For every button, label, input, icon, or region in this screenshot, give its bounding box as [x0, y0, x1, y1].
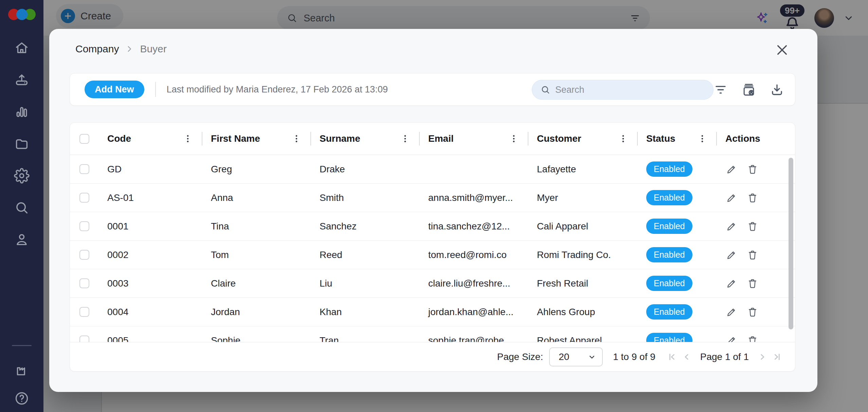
- edit-icon[interactable]: [725, 334, 738, 342]
- factory-icon[interactable]: [13, 361, 31, 379]
- cell-customer: Romi Trading Co.: [528, 250, 638, 260]
- chevron-right-icon: [125, 45, 134, 53]
- filter-icon[interactable]: [713, 83, 728, 97]
- cell-email: tom.reed@romi.co: [420, 250, 528, 260]
- cell-customer: Myer: [528, 192, 638, 203]
- cell-first-name: Anna: [202, 192, 311, 203]
- column-label: Email: [428, 133, 454, 144]
- upload-icon[interactable]: [13, 71, 31, 89]
- delete-icon[interactable]: [746, 277, 759, 290]
- edit-icon[interactable]: [725, 249, 738, 261]
- page-size-value: 20: [559, 351, 569, 362]
- column-menu-icon[interactable]: [697, 134, 707, 144]
- delete-icon[interactable]: [746, 306, 759, 318]
- delete-icon[interactable]: [746, 192, 759, 204]
- row-checkbox[interactable]: [79, 221, 89, 231]
- edit-icon[interactable]: [725, 220, 738, 233]
- table-row: GD Greg Drake Lafayette Enabled: [70, 155, 795, 184]
- column-menu-icon[interactable]: [291, 134, 302, 144]
- cell-surname: Khan: [311, 307, 420, 317]
- cell-code: 0003: [99, 278, 202, 289]
- status-badge: Enabled: [646, 276, 692, 291]
- table-row: 0002 Tom Reed tom.reed@romi.co Romi Trad…: [70, 241, 795, 269]
- table-row: 0003 Claire Liu claire.liu@freshre... Fr…: [70, 269, 795, 298]
- table-footer: Page Size: 20 1 to 9 of 9 Page 1 of 1: [70, 342, 795, 372]
- next-page-icon[interactable]: [757, 351, 768, 362]
- column-label: Code: [107, 133, 131, 144]
- column-menu-icon[interactable]: [509, 134, 519, 144]
- row-checkbox[interactable]: [79, 278, 89, 288]
- user-icon[interactable]: [13, 231, 31, 248]
- delete-icon[interactable]: [746, 249, 759, 261]
- cell-code: 0002: [99, 250, 202, 260]
- select-all-checkbox[interactable]: [79, 134, 89, 144]
- row-checkbox[interactable]: [79, 164, 89, 174]
- column-label: First Name: [211, 133, 260, 144]
- page-indicator-text: Page 1 of 1: [700, 351, 749, 362]
- cell-first-name: Claire: [202, 278, 311, 289]
- table-body: GD Greg Drake Lafayette Enabled AS-01 An…: [70, 155, 795, 342]
- add-new-button[interactable]: Add New: [85, 81, 144, 98]
- cell-code: AS-01: [99, 192, 202, 203]
- row-checkbox[interactable]: [79, 250, 89, 260]
- row-range-text: 1 to 9 of 9: [613, 351, 655, 362]
- row-checkbox[interactable]: [79, 307, 89, 317]
- edit-icon[interactable]: [725, 277, 738, 290]
- column-header-first-name: First Name: [202, 123, 311, 155]
- column-menu-icon[interactable]: [618, 134, 628, 144]
- app-logo[interactable]: [8, 9, 36, 20]
- status-badge: Enabled: [646, 304, 692, 320]
- buyer-table: CodeFirst NameSurnameEmailCustomerStatus…: [70, 122, 795, 372]
- cell-first-name: Tina: [202, 221, 311, 232]
- close-button[interactable]: [775, 42, 790, 57]
- folder-icon[interactable]: [13, 135, 31, 153]
- cell-first-name: Sophie: [202, 335, 311, 342]
- cell-code: 0001: [99, 221, 202, 232]
- cell-surname: Liu: [311, 278, 420, 289]
- cell-customer: Cali Apparel: [528, 221, 638, 232]
- first-page-icon[interactable]: [666, 351, 677, 362]
- last-page-icon[interactable]: [772, 351, 783, 362]
- cell-first-name: Greg: [202, 164, 311, 175]
- cell-customer: Robest Apparel: [528, 335, 638, 342]
- page-size-label: Page Size:: [497, 351, 543, 362]
- column-label: Status: [646, 133, 675, 144]
- table-search-bar[interactable]: [532, 80, 713, 100]
- status-badge: Enabled: [646, 333, 692, 342]
- table-search-input[interactable]: [555, 85, 705, 95]
- status-badge: Enabled: [646, 161, 692, 177]
- edit-icon[interactable]: [725, 192, 738, 204]
- download-icon[interactable]: [770, 83, 784, 97]
- row-checkbox[interactable]: [79, 336, 89, 342]
- cell-code: 0005: [99, 335, 202, 342]
- search-icon: [540, 85, 550, 95]
- search-icon[interactable]: [13, 199, 31, 217]
- breadcrumb: Company Buyer: [75, 43, 167, 55]
- previous-page-icon[interactable]: [681, 351, 692, 362]
- cell-code: GD: [99, 164, 202, 175]
- table-row: AS-01 Anna Smith anna.smith@myer... Myer…: [70, 184, 795, 212]
- cell-surname: Tran: [311, 335, 420, 342]
- bar-chart-icon[interactable]: [13, 103, 31, 121]
- help-icon[interactable]: [13, 390, 31, 407]
- delete-icon[interactable]: [746, 334, 759, 342]
- edit-icon[interactable]: [725, 306, 738, 318]
- cell-code: 0004: [99, 307, 202, 317]
- breadcrumb-company[interactable]: Company: [75, 43, 119, 55]
- row-checkbox[interactable]: [79, 193, 89, 203]
- last-modified-text: Last modified by Maria Enderez, 17 Feb 2…: [167, 84, 388, 95]
- column-menu-icon[interactable]: [183, 134, 193, 144]
- cell-customer: Ahlens Group: [528, 307, 638, 317]
- page-size-select[interactable]: 20: [549, 347, 603, 366]
- home-icon[interactable]: [13, 39, 31, 57]
- delete-icon[interactable]: [746, 220, 759, 233]
- cell-email: tina.sanchez@12...: [420, 221, 528, 232]
- column-menu-icon[interactable]: [400, 134, 410, 144]
- cell-surname: Smith: [311, 192, 420, 203]
- delete-icon[interactable]: [746, 163, 759, 175]
- settings-icon[interactable]: [13, 167, 31, 185]
- cell-customer: Fresh Retail: [528, 278, 638, 289]
- archive-user-icon[interactable]: [741, 82, 756, 97]
- table-scrollbar[interactable]: [789, 158, 793, 329]
- edit-icon[interactable]: [725, 163, 738, 175]
